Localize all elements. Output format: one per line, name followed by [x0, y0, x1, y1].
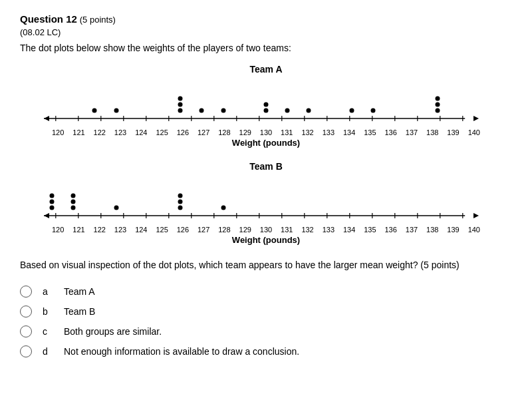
data-dot [371, 108, 376, 113]
axis-label: 139 [447, 128, 459, 136]
data-dot [200, 108, 204, 113]
axis-label: 136 [385, 226, 397, 234]
data-dot [264, 103, 269, 107]
radio-c[interactable] [20, 325, 32, 337]
team-b-title: Team B [20, 161, 512, 172]
axis-label: 126 [177, 128, 189, 136]
option-text-d: Not enough information is available to d… [64, 346, 299, 357]
data-dot [114, 108, 118, 113]
axis-label: 138 [426, 128, 438, 136]
data-dot [435, 108, 440, 113]
axis-label: 123 [114, 226, 126, 234]
axis-label: 140 [468, 226, 480, 234]
axis-label: 128 [218, 128, 230, 136]
svg-marker-21 [473, 116, 479, 121]
option-item: aTeam A [20, 286, 512, 298]
data-dot [178, 200, 183, 204]
question-code: (08.02 LC) [20, 27, 512, 37]
team-b-dot-plot: Team B 12012112212312412 [20, 161, 512, 245]
data-dot [435, 103, 440, 107]
axis-label: 134 [343, 128, 355, 136]
axis-label: 135 [364, 226, 376, 234]
option-text-b: Team B [64, 306, 95, 317]
data-dot [349, 108, 354, 113]
team-b-wrapper: 1201211221231241251261271281291301311321… [40, 176, 492, 245]
radio-d[interactable] [20, 345, 32, 357]
team-a-dots-area [40, 79, 492, 112]
axis-label: 128 [218, 226, 230, 234]
axis-label: 122 [94, 128, 106, 136]
data-dot [435, 97, 440, 101]
data-dot [221, 206, 225, 210]
question-points: (5 points) [80, 15, 116, 25]
data-dot [114, 206, 118, 210]
axis-label: 127 [198, 226, 209, 234]
axis-label: 131 [281, 226, 293, 234]
axis-label: 125 [156, 226, 168, 234]
axis-label: 124 [135, 226, 147, 234]
team-a-axis-labels: 1201211221231241251261271281291301311321… [40, 127, 492, 136]
data-dot [178, 97, 183, 101]
axis-label: 133 [323, 128, 334, 136]
question-number: Question 12 [20, 13, 77, 25]
axis-label: 138 [426, 226, 438, 234]
option-letter-b: b [43, 306, 53, 317]
option-text-a: Team A [64, 286, 95, 297]
option-text-c: Both groups are similar. [64, 326, 162, 337]
data-dot [178, 206, 183, 210]
axis-label: 126 [177, 226, 189, 234]
axis-label: 121 [72, 226, 84, 234]
data-dot [71, 194, 76, 198]
axis-label: 121 [72, 128, 84, 136]
data-dot [50, 194, 55, 198]
team-a-title: Team A [20, 64, 512, 75]
data-dot [221, 108, 225, 113]
axis-label: 131 [281, 128, 293, 136]
option-item: bTeam B [20, 306, 512, 317]
axis-label: 132 [301, 128, 313, 136]
team-b-dots-area [40, 176, 492, 209]
option-letter-a: a [43, 286, 53, 297]
axis-label: 129 [239, 226, 251, 234]
data-dot [178, 194, 183, 198]
axis-label: 124 [135, 128, 147, 136]
team-b-axis-title: Weight (pounds) [40, 235, 492, 245]
axis-label: 120 [52, 226, 64, 234]
team-a-axis-title: Weight (pounds) [40, 138, 492, 148]
option-letter-c: c [43, 326, 53, 337]
radio-a[interactable] [20, 286, 32, 298]
data-dot [50, 200, 55, 204]
option-item: cBoth groups are similar. [20, 325, 512, 337]
question-header: Question 12 (5 points) [20, 13, 512, 25]
data-dot [264, 108, 269, 113]
axis-label: 132 [301, 226, 313, 234]
axis-label: 127 [198, 128, 209, 136]
radio-b[interactable] [20, 306, 32, 317]
axis-label: 133 [323, 226, 334, 234]
axis-label: 130 [260, 226, 272, 234]
question-text: The dot plots below show the weights of … [20, 43, 512, 53]
axis-label: 134 [343, 226, 355, 234]
data-dot [285, 108, 290, 113]
axis-label: 123 [114, 128, 126, 136]
data-dot [307, 108, 311, 113]
axis-label: 137 [406, 128, 418, 136]
axis-label: 137 [406, 226, 418, 234]
option-letter-d: d [43, 346, 53, 357]
option-item: dNot enough information is available to … [20, 345, 512, 357]
axis-label: 135 [364, 128, 376, 136]
axis-label: 129 [239, 128, 251, 136]
data-dot [71, 206, 76, 210]
axis-label: 130 [260, 128, 272, 136]
axis-label: 122 [94, 226, 106, 234]
data-dot [92, 108, 97, 113]
team-a-axis-line [40, 112, 492, 125]
axis-label: 125 [156, 128, 168, 136]
question-body: Based on visual inspection of the dot pl… [20, 258, 512, 272]
team-b-axis-line [40, 209, 492, 222]
axis-label: 136 [385, 128, 397, 136]
data-dot [50, 206, 55, 210]
axis-label: 120 [52, 128, 64, 136]
data-dot [178, 103, 183, 107]
team-a-dot-plot: Team A [20, 64, 512, 148]
